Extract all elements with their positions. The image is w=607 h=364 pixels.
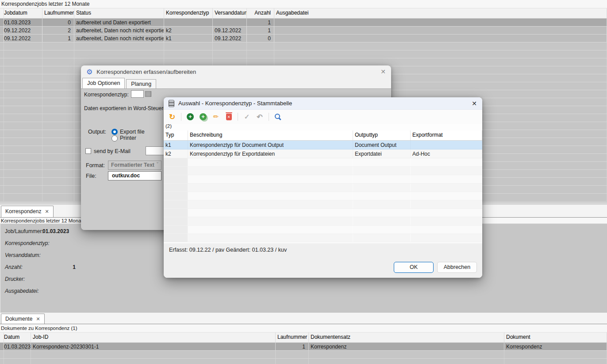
close-tab-icon[interactable]: ✕ (36, 314, 40, 324)
field-value (42, 249, 76, 261)
file-input[interactable]: outkuv.doc (108, 171, 161, 180)
table-row[interactable]: k1 Korrespondenztyp für Document Output … (164, 141, 482, 149)
table-row-empty (164, 192, 482, 200)
table-row-empty (164, 158, 482, 167)
dialog-titlebar[interactable]: Auswahl - Korrespondenztyp - Stammtabell… (164, 97, 482, 110)
dokumente-panel-header: Dokumente zu Korrespondenz (1) (0, 324, 607, 333)
column-header-laufnummer[interactable]: Laufnummer (276, 333, 309, 342)
format-label: Format: (86, 162, 105, 169)
tab-planung[interactable]: Planung (126, 79, 156, 88)
chevron-down-icon: ˇ (157, 162, 158, 168)
confirm-icon[interactable]: ✓ (243, 113, 251, 121)
file-label: File: (86, 173, 96, 179)
column-header-job-id[interactable]: Job-ID (31, 333, 276, 342)
dialog-title: Korrespondenzen erfassen/aufbereiten (96, 69, 196, 75)
table-row-empty (164, 209, 482, 217)
stammtabelle-icon (169, 100, 174, 107)
radio-export-file-label[interactable]: Export file (120, 129, 145, 135)
output-label: Output: (88, 129, 106, 135)
table-row-empty (164, 184, 482, 192)
table-row[interactable]: 09.12.2022 2 aufbereitet, Daten noch nic… (0, 27, 607, 34)
send-email-label[interactable]: send by E-Mail (94, 148, 131, 154)
column-header-jobdatum[interactable]: ˇJobdatum (2, 8, 42, 18)
table-row[interactable]: k2 Korrespondenztyp für Exportdateien Ex… (164, 149, 482, 158)
table-row-empty (164, 234, 482, 242)
column-header-versanddatum[interactable]: Versanddatum (213, 8, 247, 18)
table-row[interactable]: 09.12.2022 1 aufbereitet, Daten noch nic… (0, 34, 607, 42)
field-label: Korrespondenztyp: (0, 238, 42, 249)
table-header-row: ˆTyp Beschreibung Outputtyp Exportformat (164, 130, 482, 141)
column-header-outputtyp[interactable]: Outputtyp (353, 130, 411, 140)
table-header-row: ˇDatum Job-ID Laufnummer Dokumentensatz … (0, 333, 607, 343)
table-row-empty (164, 167, 482, 175)
dialog-auswahl-korrespondenztyp: Auswahl - Korrespondenztyp - Stammtabell… (164, 97, 482, 278)
table-row[interactable]: 01.03.2023 0 aufbereitet und Daten expor… (0, 19, 607, 27)
send-email-checkbox[interactable] (85, 148, 91, 154)
close-dialog-button[interactable]: ✕ (380, 68, 386, 75)
duplicate-record-icon[interactable]: + (199, 113, 207, 121)
format-select[interactable]: Formatierter Text ˇ (108, 161, 161, 170)
radio-printer-label[interactable]: Printer (120, 135, 136, 141)
toolbar-separator (238, 113, 238, 121)
column-header-dokument[interactable]: Dokument (504, 333, 607, 342)
sort-indicator-icon: ˇ (12, 333, 13, 333)
column-header-status[interactable]: Status (74, 8, 164, 18)
field-label: Versanddatum: (0, 249, 42, 261)
table-row[interactable]: 01.03.2023 Korrespondenz-20230301-1 1 Ko… (0, 343, 607, 351)
dialog-tabrow: Job Optionen Planung (81, 78, 391, 88)
korrespondenztyp-input[interactable] (131, 90, 144, 98)
tab-job-optionen[interactable]: Job Optionen (82, 78, 125, 88)
table-row-empty (0, 42, 607, 50)
column-header-laufnummer[interactable]: Laufnummer (42, 8, 74, 18)
sort-indicator-icon: ˆ (177, 130, 178, 131)
column-header-anzahl[interactable]: Anzahl (247, 8, 274, 18)
column-header-beschreibung[interactable]: Beschreibung (188, 130, 353, 140)
dokumente-panel: Dokumente ✕ Dokumente zu Korrespondenz (… (0, 313, 607, 364)
ok-button[interactable]: OK (394, 262, 434, 273)
field-label: Drucker: (0, 273, 42, 285)
radio-printer[interactable] (111, 135, 118, 142)
radio-export-file[interactable] (111, 129, 118, 135)
toolbar-separator (181, 113, 181, 121)
korrespondenztyp-label: Korrespondenztyp: (84, 92, 129, 98)
table-row-empty (164, 217, 482, 226)
edit-record-icon[interactable]: ✏ (212, 113, 220, 121)
column-header-ausgabedatei[interactable]: Ausgabedatei (274, 8, 607, 18)
search-icon[interactable] (274, 113, 282, 121)
column-header-korrespondenztyp[interactable]: Korrespondenztyp (164, 8, 213, 18)
field-value (42, 285, 76, 297)
field-value: 01.03.2023 (42, 226, 76, 238)
undo-icon[interactable]: ↶ (256, 113, 264, 121)
add-record-icon[interactable]: + (186, 113, 194, 121)
column-header-dokumentensatz[interactable]: Dokumentensatz (309, 333, 504, 342)
dokumente-tabstrip: Dokumente ✕ (0, 313, 607, 324)
sort-indicator-icon: ˇ (12, 8, 13, 9)
column-header-exportformat[interactable]: Exportformat (411, 130, 482, 140)
table-header-row: ˇJobdatum Laufnummer Status Korresponden… (0, 8, 607, 19)
field-label: Anzahl: (0, 261, 42, 273)
table-row-empty (164, 226, 482, 234)
column-header-datum[interactable]: ˇDatum (2, 333, 31, 342)
dialog-titlebar[interactable]: ⚙ Korrespondenzen erfassen/aufbereiten (81, 65, 391, 78)
refresh-icon[interactable]: ↻ (168, 113, 176, 121)
empty-rows-area (164, 158, 482, 242)
close-dialog-button[interactable]: ✕ (472, 100, 477, 107)
top-table-title: Korrespondenzjobs letzter 12 Monate (0, 0, 607, 8)
empty-rows-area (0, 351, 607, 364)
field-label: Job/Laufummer: (0, 226, 42, 238)
table-row-empty (164, 175, 482, 184)
lookup-table-icon[interactable] (145, 91, 151, 97)
field-label: Ausgabedatei: (0, 285, 42, 297)
table-row-empty (164, 200, 482, 209)
word-export-label: Daten exportieren in Word-Steuerdatei (84, 105, 175, 111)
dialog-title: Auswahl - Korrespondenztyp - Stammtabell… (178, 100, 292, 107)
cancel-button[interactable]: Abbrechen (437, 262, 477, 273)
table-row-empty (0, 50, 607, 58)
column-header-typ[interactable]: ˆTyp (164, 130, 188, 140)
tab-dokumente[interactable]: Dokumente ✕ (1, 314, 45, 324)
tab-korrespondenz[interactable]: Korrespondenz ✕ (1, 206, 54, 217)
auswahl-table: ˆTyp Beschreibung Outputtyp Exportformat… (164, 130, 482, 242)
close-tab-icon[interactable]: ✕ (45, 206, 49, 217)
gear-icon: ⚙ (86, 68, 92, 76)
delete-record-icon[interactable]: ✕ (225, 113, 233, 121)
